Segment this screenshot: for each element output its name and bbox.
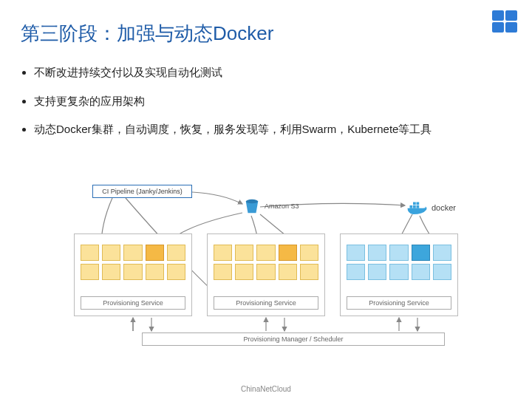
scheduler-box: Provisioning Manager / Scheduler bbox=[142, 332, 445, 346]
cluster-box: Provisioning Service bbox=[74, 233, 192, 316]
s3-label: Amazon S3 bbox=[265, 202, 299, 210]
list-item: 动态Docker集群，自动调度，恢复，服务发现等，利用Swarm，Kuberne… bbox=[34, 121, 502, 138]
svg-rect-10 bbox=[417, 205, 420, 208]
logo-grid-icon bbox=[492, 10, 517, 33]
svg-point-7 bbox=[246, 200, 259, 204]
bullet-list: 不断改进持续交付以及实现自动化测试 支持更复杂的应用架构 动态Docker集群，… bbox=[0, 47, 532, 138]
provisioning-service-label: Provisioning Service bbox=[81, 296, 185, 310]
provisioning-service-label: Provisioning Service bbox=[347, 296, 451, 310]
docker-whale-icon bbox=[406, 200, 429, 216]
svg-rect-11 bbox=[413, 202, 416, 205]
svg-rect-8 bbox=[410, 205, 413, 208]
cluster-box: Provisioning Service bbox=[207, 233, 325, 316]
s3-node: Amazon S3 bbox=[244, 198, 260, 217]
svg-rect-9 bbox=[413, 205, 416, 208]
provisioning-service-label: Provisioning Service bbox=[214, 296, 318, 310]
ci-pipeline-box: CI Pipeline (Janky/Jenkins) bbox=[92, 185, 192, 198]
page-title: 第三阶段：加强与动态Docker bbox=[0, 0, 532, 47]
svg-rect-12 bbox=[417, 202, 420, 205]
cluster-box: Provisioning Service bbox=[340, 233, 458, 316]
docker-node: docker bbox=[406, 200, 456, 216]
architecture-diagram: CI Pipeline (Janky/Jenkins) Amazon S3 do… bbox=[74, 185, 510, 369]
docker-label: docker bbox=[432, 203, 456, 212]
list-item: 支持更复杂的应用架构 bbox=[34, 93, 502, 110]
list-item: 不断改进持续交付以及实现自动化测试 bbox=[34, 64, 502, 81]
footer-brand: ChinaNetCloud bbox=[0, 385, 532, 393]
bucket-icon bbox=[244, 198, 260, 214]
